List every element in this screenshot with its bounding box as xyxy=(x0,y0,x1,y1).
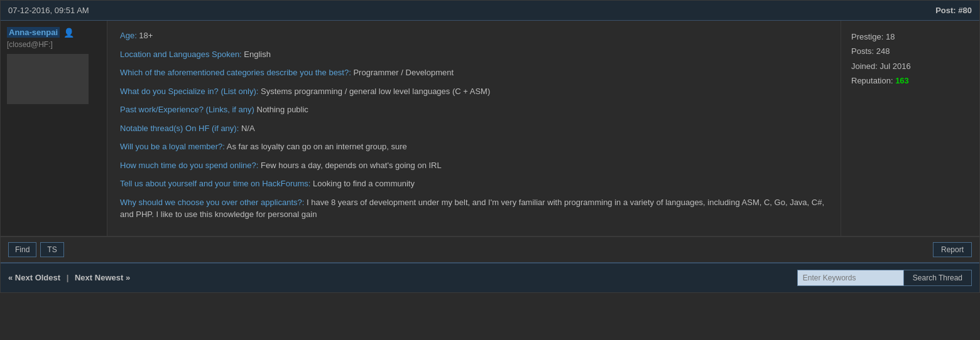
search-thread-button[interactable]: Search Thread xyxy=(904,270,972,286)
field-value-2: Programmer / Development xyxy=(351,68,454,77)
prestige-label: Prestige: xyxy=(851,32,883,41)
search-input[interactable] xyxy=(797,270,904,286)
user-group: [closed@HF:] xyxy=(7,40,101,49)
joined-value: Jul 2016 xyxy=(880,61,911,71)
field-line-2: Which of the aforementioned categories d… xyxy=(120,66,828,79)
field-value-0: 18+ xyxy=(137,31,153,40)
joined-label: Joined: xyxy=(851,61,878,71)
posts-label: Posts: xyxy=(851,46,874,56)
ts-button[interactable]: TS xyxy=(40,242,63,257)
post-content: Age: 18+Location and Languages Spoken: E… xyxy=(107,21,841,236)
prestige-line: Prestige: 18 xyxy=(851,29,969,44)
field-label-0: Age: xyxy=(120,31,137,40)
field-value-4: Nothing public xyxy=(254,105,308,114)
user-status-icon: 👤 xyxy=(63,28,74,38)
field-label-8: Tell us about yourself and your time on … xyxy=(120,179,310,188)
field-label-1: Location and Languages Spoken: xyxy=(120,50,242,59)
field-line-6: Will you be a loyal member?: As far as l… xyxy=(120,141,828,153)
field-label-4: Past work/Experience? (Links, if any) xyxy=(120,105,254,114)
field-value-6: As far as loyalty can go on an internet … xyxy=(225,142,407,151)
prev-link[interactable]: « Next Oldest xyxy=(8,273,60,282)
field-line-3: What do you Specialize in? (List only): … xyxy=(120,85,828,98)
field-label-9: Why should we choose you over other appl… xyxy=(120,198,304,207)
field-line-9: Why should we choose you over other appl… xyxy=(120,196,828,221)
post-header: 07-12-2016, 09:51 AM Post: #80 xyxy=(1,1,979,21)
field-label-2: Which of the aforementioned categories d… xyxy=(120,68,351,77)
username[interactable]: Anna-senpai xyxy=(7,27,60,38)
field-value-1: English xyxy=(242,50,271,59)
reputation-line: Reputation: 163 xyxy=(851,73,969,88)
prestige-value: 18 xyxy=(886,32,895,41)
field-value-3: Systems programming / general low level … xyxy=(258,87,490,96)
field-label-7: How much time do you spend online?: xyxy=(120,161,258,170)
field-label-3: What do you Specialize in? (List only): xyxy=(120,87,258,96)
field-line-4: Past work/Experience? (Links, if any) No… xyxy=(120,104,828,116)
username-row: Anna-senpai 👤 xyxy=(7,27,101,38)
posts-line: Posts: 248 xyxy=(851,44,969,58)
field-line-5: Notable thread(s) On HF (if any): N/A xyxy=(120,122,828,135)
user-stats: Prestige: 18 Posts: 248 Joined: Jul 2016… xyxy=(841,21,979,236)
posts-value: 248 xyxy=(876,46,890,56)
search-area: Search Thread xyxy=(797,270,972,286)
nav-links: « Next Oldest | Next Newest » xyxy=(8,273,130,282)
report-button[interactable]: Report xyxy=(933,242,972,257)
avatar xyxy=(7,54,89,104)
field-value-8: Looking to find a community xyxy=(310,179,414,188)
post-date: 07-12-2016, 09:51 AM xyxy=(8,6,89,15)
field-line-8: Tell us about yourself and your time on … xyxy=(120,178,828,190)
field-value-7: Few hours a day, depends on what's going… xyxy=(258,161,441,170)
field-label-6: Will you be a loyal member?: xyxy=(120,142,225,151)
next-link[interactable]: Next Newest » xyxy=(75,273,130,282)
field-value-5: N/A xyxy=(239,124,254,133)
find-button[interactable]: Find xyxy=(8,242,36,257)
field-line-1: Location and Languages Spoken: English xyxy=(120,48,828,61)
post-container: 07-12-2016, 09:51 AM Post: #80 Anna-senp… xyxy=(0,0,980,293)
nav-separator: | xyxy=(67,273,69,282)
field-line-7: How much time do you spend online?: Few … xyxy=(120,159,828,172)
nav-bar: « Next Oldest | Next Newest » Search Thr… xyxy=(1,262,979,292)
footer-actions-left: Find TS xyxy=(8,242,64,257)
field-label-5: Notable thread(s) On HF (if any): xyxy=(120,124,239,133)
post-number: Post: #80 xyxy=(935,6,972,15)
post-footer: Find TS Report xyxy=(1,236,979,262)
reputation-label: Reputation: xyxy=(851,76,893,85)
reputation-value: 163 xyxy=(895,76,909,85)
joined-line: Joined: Jul 2016 xyxy=(851,59,969,73)
user-sidebar: Anna-senpai 👤 [closed@HF:] xyxy=(1,21,107,236)
field-line-0: Age: 18+ xyxy=(120,29,828,42)
post-body: Anna-senpai 👤 [closed@HF:] Age: 18+Locat… xyxy=(1,21,979,236)
